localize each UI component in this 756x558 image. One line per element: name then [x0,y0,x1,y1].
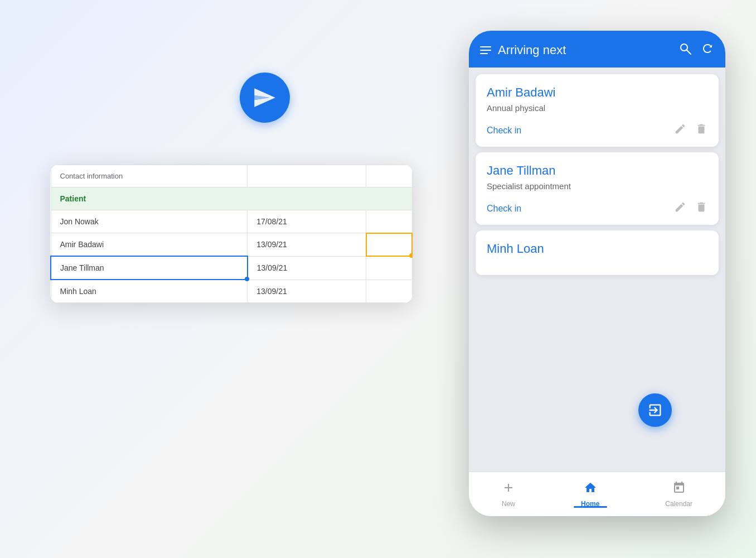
patient-name[interactable]: Amir Badawi [51,233,248,257]
section-patient: Patient [51,187,412,210]
hamburger-line-3 [480,53,488,54]
nav-item-home[interactable]: Home [581,481,599,508]
card-action-icons-2 [674,201,707,216]
table-row: Minh Loan 13/09/21 [51,280,412,303]
check-in-button-2[interactable]: Check in [487,204,521,214]
svg-point-0 [681,44,687,51]
fab-button[interactable] [638,393,672,427]
phone-header: Arriving next [469,31,725,68]
appointment-type-1: Annual physical [487,103,707,113]
appointment-card-2: Jane Tillman Specialist appointment Chec… [476,152,719,225]
hamburger-line-1 [480,46,491,47]
phone-bottom-nav: New Home Calendar [469,472,725,516]
phone-content: Amir Badawi Annual physical Check in Jan… [469,68,725,475]
checkin-fab-icon [647,402,663,418]
nav-item-calendar[interactable]: Calendar [665,481,692,508]
col-date [248,165,366,187]
patient-extra[interactable] [366,210,412,233]
patient-name[interactable]: Jon Nowak [51,210,248,233]
appointment-card-3: Minh Loan [476,230,719,275]
appointment-actions-2: Check in [487,201,707,216]
patient-name-3: Minh Loan [487,242,707,256]
svg-line-1 [687,50,691,54]
nav-active-indicator [574,506,607,508]
patient-date[interactable]: 17/08/21 [248,210,366,233]
app-logo [240,73,290,123]
check-in-button-1[interactable]: Check in [487,126,521,136]
patient-table: Contact information Patient Jon Nowak 17… [50,165,413,303]
yellow-dot [409,253,413,258]
table-row: Amir Badawi 13/09/21 [51,233,412,257]
patient-extra-yellow[interactable] [366,233,412,257]
patient-extra[interactable] [366,256,412,280]
search-icon[interactable] [679,42,692,59]
paper-plane-icon [251,84,279,112]
nav-label-new: New [502,500,515,508]
col-extra [366,165,412,187]
patient-name-1: Amir Badawi [487,85,707,100]
blue-dot [245,277,249,281]
table-row: Jane Tillman 13/09/21 [51,256,412,280]
refresh-icon[interactable] [701,42,714,59]
delete-icon-2[interactable] [695,201,707,216]
patient-date[interactable]: 13/09/21 [248,280,366,303]
appointment-card-1: Amir Badawi Annual physical Check in [476,74,719,147]
spreadsheet-card: Contact information Patient Jon Nowak 17… [50,165,413,303]
patient-name-selected[interactable]: Jane Tillman [51,256,248,280]
hamburger-line-2 [480,50,491,51]
section-label: Patient [51,187,412,210]
edit-icon-1[interactable] [674,123,686,138]
patient-name-2: Jane Tillman [487,163,707,178]
edit-icon-2[interactable] [674,201,686,216]
patient-date[interactable]: 13/09/21 [248,233,366,257]
table-header-row: Contact information [51,165,412,187]
delete-icon-1[interactable] [695,123,707,138]
nav-label-calendar: Calendar [665,500,692,508]
appointment-type-2: Specialist appointment [487,181,707,191]
appointment-actions-1: Check in [487,123,707,138]
phone-title: Arriving next [498,43,566,57]
phone-mockup: Arriving next Amir Badawi Annual physica… [469,31,725,516]
home-icon [584,481,597,498]
patient-date[interactable]: 13/09/21 [248,256,366,280]
menu-icon[interactable] [480,46,491,54]
patient-extra[interactable] [366,280,412,303]
col-contact: Contact information [51,165,248,187]
table-row: Jon Nowak 17/08/21 [51,210,412,233]
new-icon [502,481,515,498]
phone-header-left: Arriving next [480,43,566,57]
patient-name[interactable]: Minh Loan [51,280,248,303]
calendar-icon [672,481,686,498]
card-action-icons-1 [674,123,707,138]
phone-header-icons [679,42,714,59]
nav-item-new[interactable]: New [502,481,515,508]
